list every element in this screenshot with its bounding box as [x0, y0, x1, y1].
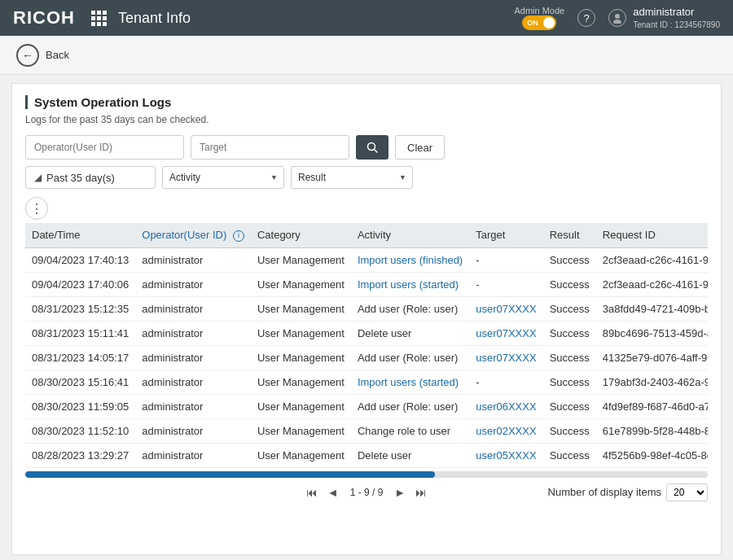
scrollbar-thumb — [25, 471, 435, 478]
cell-request-id: 41325e79-d076-4aff-90d8- — [596, 345, 708, 370]
result-filter[interactable]: Result — [291, 166, 413, 189]
back-arrow-icon: ← — [16, 44, 39, 67]
dots-menu-button[interactable]: ⋮ — [25, 197, 48, 220]
apps-icon[interactable] — [91, 11, 107, 26]
table-row: 08/31/2023 15:12:35administratorUser Man… — [25, 296, 708, 321]
table-row: 08/30/2023 15:16:41administratorUser Man… — [25, 370, 708, 394]
cell-activity[interactable]: Import users (started) — [351, 272, 469, 296]
header: RICOH Tenant Info Admin Mode ON ? admini… — [0, 0, 733, 36]
ricoh-logo: RICOH — [13, 7, 75, 28]
cell-datetime: 08/31/2023 14:05:17 — [25, 345, 135, 370]
display-items-select[interactable]: 20 50 100 — [666, 483, 708, 501]
target-input[interactable] — [191, 135, 349, 160]
cell-request-id: 89bc4696-7513-459d-adda — [596, 321, 708, 345]
cell-activity: Delete user — [351, 321, 469, 345]
result-filter-wrapper: Result — [291, 166, 413, 189]
cell-operator: administrator — [135, 443, 251, 467]
table-row: 08/31/2023 14:05:17administratorUser Man… — [25, 345, 708, 370]
cell-datetime: 08/28/2023 13:29:27 — [25, 443, 135, 467]
cell-category: User Management — [251, 321, 351, 345]
display-items-section: Number of display items 20 50 100 — [548, 483, 708, 501]
date-filter[interactable]: ◢ Past 35 day(s) — [25, 166, 156, 189]
svg-line-3 — [375, 150, 378, 153]
activity-filter[interactable]: Activity — [162, 166, 284, 189]
clear-button[interactable]: Clear — [395, 135, 445, 160]
cell-category: User Management — [251, 247, 351, 272]
date-filter-label: Past 35 day(s) — [46, 172, 115, 184]
tenant-id: Tenant ID : 1234567890 — [633, 20, 720, 30]
cell-target[interactable]: user02XXXX — [469, 418, 542, 443]
cell-category: User Management — [251, 418, 351, 443]
cell-datetime: 08/30/2023 11:59:05 — [25, 394, 135, 418]
page-header-title: Tenant Info — [118, 10, 191, 27]
cell-result: Success — [543, 272, 596, 296]
operator-info-icon[interactable]: i — [233, 230, 244, 242]
search-button[interactable] — [356, 135, 388, 160]
back-button[interactable]: ← Back — [16, 44, 69, 67]
last-page-button[interactable]: ⏭ — [412, 484, 430, 501]
cell-request-id: 61e7899b-5f28-448b-81ec — [596, 418, 708, 443]
cell-target: - — [469, 370, 542, 394]
cell-activity[interactable]: Import users (started) — [351, 370, 469, 394]
cell-target[interactable]: user07XXXX — [469, 345, 542, 370]
cell-target: - — [469, 272, 542, 296]
col-category: Category — [251, 223, 351, 247]
cell-activity: Add user (Role: user) — [351, 394, 469, 418]
table-row: 08/30/2023 11:59:05administratorUser Man… — [25, 394, 708, 418]
cell-datetime: 09/04/2023 17:40:13 — [25, 247, 135, 272]
search-icon — [366, 142, 378, 153]
svg-point-1 — [613, 20, 621, 24]
cell-activity: Add user (Role: user) — [351, 345, 469, 370]
cell-activity: Change role to user — [351, 418, 469, 443]
cell-target[interactable]: user06XXXX — [469, 394, 542, 418]
prev-page-button[interactable]: ◄ — [324, 484, 342, 501]
cell-activity[interactable]: Import users (finished) — [351, 247, 469, 272]
cell-category: User Management — [251, 296, 351, 321]
subtitle: Logs for the past 35 days can be checked… — [25, 114, 708, 125]
cell-operator: administrator — [135, 272, 251, 296]
admin-mode-section: Admin Mode ON — [514, 6, 564, 30]
next-page-button[interactable]: ► — [391, 484, 409, 501]
toggle-on-label: ON — [527, 19, 538, 27]
operator-input[interactable] — [25, 135, 184, 160]
admin-mode-toggle[interactable]: ON — [522, 15, 556, 30]
cell-result: Success — [543, 418, 596, 443]
table-row: 09/04/2023 17:40:13administratorUser Man… — [25, 247, 708, 272]
col-operator: Operator(User ID) i — [135, 223, 251, 247]
cell-request-id: 2cf3eaad-c26c-4161-9025- — [596, 272, 708, 296]
svg-point-0 — [615, 14, 620, 19]
filter-row: ◢ Past 35 day(s) Activity Result — [25, 166, 708, 189]
search-row: Clear — [25, 135, 708, 160]
table-container: Date/Time Operator(User ID) i Category A… — [25, 223, 708, 468]
cell-datetime: 08/31/2023 15:12:35 — [25, 296, 135, 321]
header-right: Admin Mode ON ? administrator Tenant ID … — [514, 6, 720, 30]
cell-target[interactable]: user05XXXX — [469, 443, 542, 467]
cell-request-id: 2cf3eaad-c26c-4161-9025- — [596, 247, 708, 272]
cell-operator: administrator — [135, 247, 251, 272]
first-page-button[interactable]: ⏮ — [303, 484, 321, 501]
cell-operator: administrator — [135, 394, 251, 418]
table-row: 09/04/2023 17:40:06administratorUser Man… — [25, 272, 708, 296]
table-row: 08/30/2023 11:52:10administratorUser Man… — [25, 418, 708, 443]
cell-datetime: 08/30/2023 15:16:41 — [25, 370, 135, 394]
cell-result: Success — [543, 247, 596, 272]
cell-operator: administrator — [135, 345, 251, 370]
cell-operator: administrator — [135, 370, 251, 394]
cell-datetime: 08/31/2023 15:11:41 — [25, 321, 135, 345]
user-avatar — [608, 9, 626, 27]
horizontal-scrollbar[interactable] — [25, 471, 708, 478]
help-icon[interactable]: ? — [577, 9, 595, 27]
page-info: 1 - 9 / 9 — [345, 487, 388, 498]
cell-result: Success — [543, 296, 596, 321]
cell-category: User Management — [251, 443, 351, 467]
cell-target[interactable]: user07XXXX — [469, 296, 542, 321]
logs-table: Date/Time Operator(User ID) i Category A… — [25, 223, 708, 468]
toggle-knob — [543, 17, 555, 28]
user-text: administrator Tenant ID : 1234567890 — [633, 6, 720, 30]
cell-target[interactable]: user07XXXX — [469, 321, 542, 345]
cell-operator: administrator — [135, 321, 251, 345]
cell-category: User Management — [251, 394, 351, 418]
admin-mode-label: Admin Mode — [514, 6, 564, 15]
col-target: Target — [469, 223, 542, 247]
col-activity: Activity — [351, 223, 469, 247]
